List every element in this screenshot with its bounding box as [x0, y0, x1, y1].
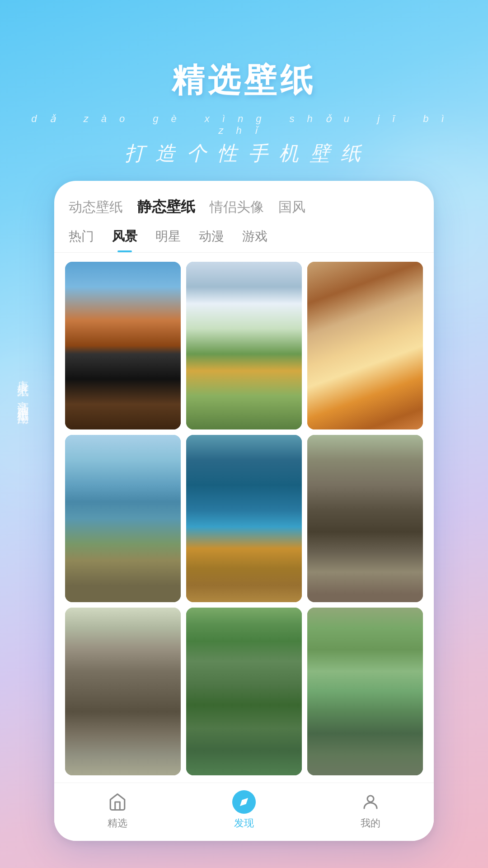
tab-dynamic-wallpaper[interactable]: 动态壁纸 [69, 198, 123, 217]
nav-label-mine: 我的 [361, 816, 380, 830]
wallpaper-item-5[interactable] [186, 435, 302, 603]
subtab-hot[interactable]: 热门 [69, 228, 94, 252]
nav-item-mine[interactable]: 我的 [307, 790, 434, 830]
wallpaper-item-8[interactable] [186, 608, 302, 775]
main-tabs: 动态壁纸 静态壁纸 情侣头像 国风 [54, 181, 434, 226]
nav-item-featured[interactable]: 精选 [54, 790, 181, 830]
user-icon [359, 790, 382, 814]
svg-point-2 [367, 796, 374, 802]
bottom-nav: 精选 发现 我的 [54, 783, 434, 841]
subtab-anime[interactable]: 动漫 [199, 228, 224, 252]
sub-tabs: 热门 风景 明星 动漫 游戏 [54, 226, 434, 253]
subtab-scenery[interactable]: 风景 [112, 228, 137, 252]
home-icon [106, 790, 129, 814]
compass-icon [232, 790, 256, 814]
tab-static-wallpaper[interactable]: 静态壁纸 [137, 197, 195, 217]
wallpaper-item-6[interactable] [307, 435, 423, 603]
header-pinyin: dǎ zào gè xìng shǒu jī bì zhǐ [0, 113, 488, 137]
header: 精选壁纸 dǎ zào gè xìng shǒu jī bì zhǐ 打 造 个… [0, 0, 488, 185]
nav-label-discover: 发现 [234, 816, 254, 830]
tab-chinese-style[interactable]: 国风 [278, 198, 305, 217]
wallpaper-item-4[interactable] [65, 435, 181, 603]
tab-couple-avatar[interactable]: 情侣头像 [210, 198, 264, 217]
wallpaper-item-9[interactable] [307, 608, 423, 775]
app-title: 精选壁纸 [0, 59, 488, 102]
subtab-game[interactable]: 游戏 [242, 228, 267, 252]
wallpaper-item-1[interactable] [65, 262, 181, 429]
wallpaper-item-7[interactable] [65, 608, 181, 775]
phone-card: 动态壁纸 静态壁纸 情侣头像 国风 热门 风景 明星 动漫 游戏 [54, 181, 434, 841]
nav-label-featured: 精选 [108, 816, 127, 830]
wallpaper-item-2[interactable] [186, 262, 302, 429]
side-text: 唐卡壁纸／高清动态壁纸应用 [13, 371, 34, 406]
wallpaper-item-3[interactable] [307, 262, 423, 429]
nav-item-discover[interactable]: 发现 [181, 790, 307, 830]
subtab-celebrity[interactable]: 明星 [155, 228, 181, 252]
image-grid [54, 253, 434, 783]
header-subtitle: 打 造 个 性 手 机 壁 纸 [125, 140, 363, 167]
